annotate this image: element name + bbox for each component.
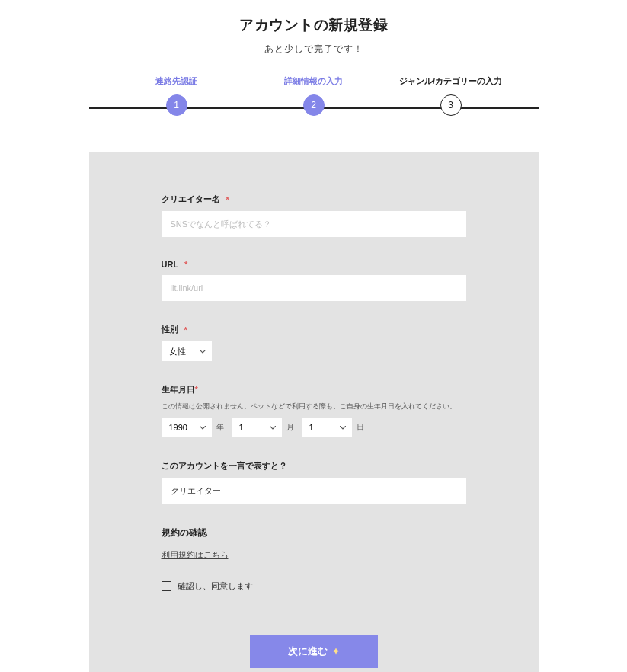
url-input[interactable] xyxy=(162,275,466,301)
step-2: 詳細情報の入力 2 xyxy=(257,75,371,116)
year-unit: 年 xyxy=(216,422,224,433)
sparkle-icon: ✦ xyxy=(332,646,340,657)
creator-name-field: クリエイター名* xyxy=(162,194,466,237)
url-label: URL xyxy=(162,260,179,269)
required-mark: * xyxy=(195,385,198,394)
dob-hint: この情報は公開されません。ペットなどで利用する際も、ご自身の生年月日を入れてくだ… xyxy=(162,402,456,411)
terms-checkbox-label: 確認し、同意します xyxy=(178,581,253,592)
step-1: 連絡先認証 1 xyxy=(120,75,234,116)
progress-stepper: 連絡先認証 1 詳細情報の入力 2 ジャンル/カテゴリーの入力 3 xyxy=(89,75,539,121)
page-subtitle: あと少しで完了です！ xyxy=(0,43,627,56)
dob-day-select[interactable]: 1 xyxy=(302,418,352,437)
terms-link[interactable]: 利用規約はこちら xyxy=(162,549,229,561)
step-2-circle: 2 xyxy=(303,94,325,116)
dob-year-select[interactable]: 1990 xyxy=(162,418,212,437)
step-3-label: ジャンル/カテゴリーの入力 xyxy=(394,75,508,87)
url-field: URL* xyxy=(162,260,466,301)
bio-field: このアカウントを一言で表すと？ xyxy=(162,460,466,504)
required-mark: * xyxy=(184,260,187,269)
day-unit: 日 xyxy=(357,422,364,433)
dob-month-select[interactable]: 1 xyxy=(232,418,282,437)
form-panel: クリエイター名* URL* 性別* 女性 生年月日* この情報は公開されません。… xyxy=(89,152,539,672)
step-3: ジャンル/カテゴリーの入力 3 xyxy=(394,75,508,116)
creator-name-input[interactable] xyxy=(162,211,466,237)
terms-field: 規約の確認 利用規約はこちら 確認し、同意します xyxy=(162,526,466,592)
creator-name-label: クリエイター名 xyxy=(162,194,220,205)
required-mark: * xyxy=(184,325,187,334)
submit-button-label: 次に進む xyxy=(288,645,328,658)
bio-input[interactable] xyxy=(162,478,466,504)
page-title: アカウントの新規登録 xyxy=(0,15,627,35)
gender-field: 性別* 女性 xyxy=(162,324,466,361)
bio-label: このアカウントを一言で表すと？ xyxy=(162,460,287,472)
terms-checkbox[interactable] xyxy=(162,581,171,591)
month-unit: 月 xyxy=(286,422,294,433)
gender-label: 性別 xyxy=(162,324,178,335)
step-3-circle: 3 xyxy=(440,94,462,116)
required-mark: * xyxy=(226,195,229,204)
step-2-label: 詳細情報の入力 xyxy=(257,75,371,87)
step-1-label: 連絡先認証 xyxy=(120,75,234,87)
submit-button[interactable]: 次に進む ✦ xyxy=(250,635,378,668)
step-1-circle: 1 xyxy=(166,94,187,116)
dob-field: 生年月日* この情報は公開されません。ペットなどで利用する際も、ご自身の生年月日… xyxy=(162,384,466,437)
dob-label: 生年月日 xyxy=(162,385,195,394)
gender-select[interactable]: 女性 xyxy=(162,341,212,361)
terms-heading: 規約の確認 xyxy=(162,526,466,539)
